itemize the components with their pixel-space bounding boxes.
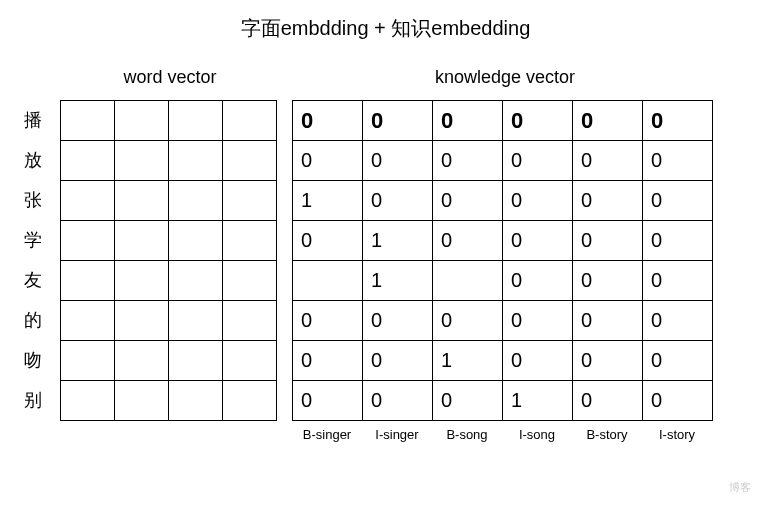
cell: 0 [433, 301, 503, 341]
cell: 0 [363, 181, 433, 221]
table-row [61, 181, 277, 221]
col-label: I-song [502, 427, 572, 442]
col-label: B-song [432, 427, 502, 442]
knowledge-vector-table: 0 0 0 0 0 0 0 0 0 0 0 0 1 0 0 0 0 0 [292, 100, 713, 421]
cell: 0 [573, 301, 643, 341]
cell: 0 [643, 141, 713, 181]
table-row: 0 0 0 0 0 0 [293, 301, 713, 341]
cell: 0 [503, 301, 573, 341]
cell: 0 [503, 221, 573, 261]
table-row: 1 0 0 0 [293, 261, 713, 301]
cell: 0 [433, 101, 503, 141]
table-row [61, 381, 277, 421]
row-label: 张 [20, 180, 60, 220]
word-vector-table [60, 100, 277, 421]
cell: 0 [643, 341, 713, 381]
table-row: 0 1 0 0 0 0 [293, 221, 713, 261]
cell: 0 [503, 261, 573, 301]
table-row [61, 221, 277, 261]
row-label: 放 [20, 140, 60, 180]
table-row: 0 0 1 0 0 0 [293, 341, 713, 381]
section-labels: word vector knowledge vector [20, 67, 751, 88]
cell: 0 [643, 381, 713, 421]
col-label: I-story [642, 427, 712, 442]
col-label: B-story [572, 427, 642, 442]
cell [433, 261, 503, 301]
cell: 1 [503, 381, 573, 421]
cell: 0 [363, 101, 433, 141]
cell: 0 [363, 341, 433, 381]
table-row: 0 0 0 1 0 0 [293, 381, 713, 421]
cell: 0 [293, 141, 363, 181]
cell: 0 [433, 141, 503, 181]
cell: 0 [293, 341, 363, 381]
table-row [61, 341, 277, 381]
knowledge-block: 0 0 0 0 0 0 0 0 0 0 0 0 1 0 0 0 0 0 [292, 100, 713, 442]
cell: 0 [293, 101, 363, 141]
cell: 0 [573, 341, 643, 381]
cell: 1 [293, 181, 363, 221]
row-label: 友 [20, 260, 60, 300]
cell: 0 [503, 181, 573, 221]
cell: 0 [643, 181, 713, 221]
cell: 0 [433, 221, 503, 261]
cell: 1 [363, 221, 433, 261]
cell: 0 [363, 301, 433, 341]
cell: 0 [643, 221, 713, 261]
cell: 0 [503, 141, 573, 181]
table-row [61, 261, 277, 301]
table-row [61, 101, 277, 141]
cell: 0 [293, 301, 363, 341]
table-row [61, 141, 277, 181]
cell: 0 [363, 141, 433, 181]
page-title: 字面embdding + 知识embedding [20, 15, 751, 42]
cell: 0 [573, 221, 643, 261]
cell: 0 [573, 141, 643, 181]
row-label: 播 [20, 100, 60, 140]
row-labels: 播 放 张 学 友 的 吻 别 [20, 100, 60, 420]
cell: 0 [643, 301, 713, 341]
table-row: 1 0 0 0 0 0 [293, 181, 713, 221]
column-labels: B-singer I-singer B-song I-song B-story … [292, 427, 713, 442]
table-row: 0 0 0 0 0 0 [293, 101, 713, 141]
cell: 0 [293, 381, 363, 421]
row-label: 学 [20, 220, 60, 260]
cell [293, 261, 363, 301]
col-label: B-singer [292, 427, 362, 442]
cell: 0 [293, 221, 363, 261]
cell: 1 [433, 341, 503, 381]
cell: 0 [503, 101, 573, 141]
cell: 0 [433, 181, 503, 221]
cell: 0 [573, 101, 643, 141]
cell: 0 [643, 261, 713, 301]
cell: 0 [643, 101, 713, 141]
cell: 0 [573, 181, 643, 221]
cell: 0 [573, 381, 643, 421]
cell: 1 [363, 261, 433, 301]
cell: 0 [573, 261, 643, 301]
table-row: 0 0 0 0 0 0 [293, 141, 713, 181]
diagram: 播 放 张 学 友 的 吻 别 0 0 0 0 0 0 0 [20, 100, 751, 442]
cell: 0 [503, 341, 573, 381]
word-vector-label: word vector [60, 67, 280, 88]
cell: 0 [363, 381, 433, 421]
table-row [61, 301, 277, 341]
cell: 0 [433, 381, 503, 421]
row-label: 别 [20, 380, 60, 420]
knowledge-vector-label: knowledge vector [295, 67, 715, 88]
row-label: 吻 [20, 340, 60, 380]
row-label: 的 [20, 300, 60, 340]
col-label: I-singer [362, 427, 432, 442]
